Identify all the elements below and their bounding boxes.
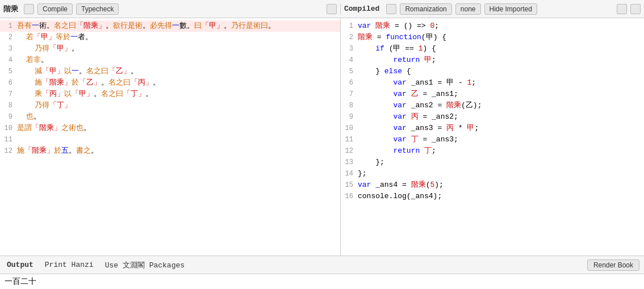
compiled-line-number: 5: [341, 66, 358, 77]
line-number: 9: [0, 111, 17, 123]
print-hanzi-tab[interactable]: Print Hanzi: [43, 259, 96, 270]
compiled-square-btn3[interactable]: [630, 4, 641, 14]
source-square-btn2[interactable]: [327, 4, 337, 14]
compiled-line-content: } else {: [358, 66, 644, 77]
romanization-button[interactable]: Romanization: [400, 3, 451, 15]
main-content: 1吾有一術。名之曰「階乘」。欲行是術。必先得一數。曰「甲」。乃行是術曰。2 若「…: [0, 18, 644, 256]
hide-imported-button[interactable]: Hide Imported: [484, 3, 537, 15]
source-code-area: 1吾有一術。名之曰「階乘」。欲行是術。必先得一數。曰「甲」。乃行是術曰。2 若「…: [0, 18, 340, 159]
compiled-title: Compiled: [344, 5, 379, 13]
compiled-line-content: var _ans1 = 甲 - 1;: [358, 77, 644, 89]
compiled-line-13: 13 };: [341, 157, 644, 168]
compiled-line-number: 16: [341, 191, 358, 202]
source-line-7: 7 乘「丙」以「甲」。名之曰「丁」。: [0, 89, 340, 100]
compiled-line-10: 10 var _ans3 = 丙 * 甲;: [341, 123, 644, 134]
line-content: 若「甲」等於一者。: [17, 32, 340, 43]
compiled-code-area: 1var 階乘 = () => 0;2階乘 = function(甲) {3 i…: [341, 18, 644, 204]
compiled-line-14: 14};: [341, 168, 644, 179]
line-number: 8: [0, 100, 17, 111]
source-line-12: 12施「階乘」於五。書之。: [0, 145, 340, 157]
output-text: 一百二十: [5, 277, 36, 286]
source-line-9: 9 也。: [0, 111, 340, 123]
line-number: 12: [0, 145, 17, 157]
typecheck-button[interactable]: Typecheck: [76, 3, 119, 15]
compiled-line-12: 12 return 丁;: [341, 145, 644, 157]
compiled-line-content: };: [358, 168, 644, 179]
compiled-line-number: 6: [341, 77, 358, 89]
source-line-6: 6 施「階乘」於「乙」。名之曰「丙」。: [0, 77, 340, 89]
toolbar-right: Compiled Romanization none Hide Imported: [341, 3, 644, 15]
compiled-line-2: 2階乘 = function(甲) {: [341, 32, 644, 43]
compiled-line-number: 13: [341, 157, 358, 168]
compiled-line-16: 16console.log(_ans4);: [341, 191, 644, 202]
compiled-line-7: 7 var 乙 = _ans1;: [341, 89, 644, 100]
compiled-line-4: 4 return 甲;: [341, 55, 644, 66]
compiled-line-11: 11 var 丁 = _ans3;: [341, 134, 644, 145]
line-number: 10: [0, 123, 17, 134]
source-line-11: 11: [0, 134, 340, 145]
compiled-line-number: 8: [341, 100, 358, 111]
compiled-line-content: var 丁 = _ans3;: [358, 134, 644, 145]
output-area: 一百二十: [0, 274, 644, 289]
compiled-line-number: 10: [341, 123, 358, 134]
line-number: 5: [0, 66, 17, 77]
compiled-line-content: var 丙 = _ans2;: [358, 111, 644, 123]
line-number: 1: [0, 20, 17, 32]
compiled-line-number: 15: [341, 179, 358, 191]
line-content: 施「階乘」於「乙」。名之曰「丙」。: [17, 77, 340, 89]
compiled-pane[interactable]: 1var 階乘 = () => 0;2階乘 = function(甲) {3 i…: [341, 18, 644, 256]
bottom-section: Output Print Hanzi Use 文淵閣 Packages Rend…: [0, 256, 644, 289]
source-line-3: 3 乃得「甲」。: [0, 43, 340, 55]
compiled-line-number: 7: [341, 89, 358, 100]
toolbar-left: 階乘 Compile Typecheck: [0, 3, 341, 15]
render-book-button[interactable]: Render Book: [587, 259, 639, 271]
source-line-1: 1吾有一術。名之曰「階乘」。欲行是術。必先得一數。曰「甲」。乃行是術曰。: [0, 20, 340, 32]
use-packages-tab[interactable]: Use 文淵閣 Packages: [103, 259, 187, 271]
line-number: 6: [0, 77, 17, 89]
output-tab[interactable]: Output: [5, 259, 36, 270]
toolbar: 階乘 Compile Typecheck Compiled Romanizati…: [0, 0, 644, 18]
line-number: 4: [0, 55, 17, 66]
line-content: 吾有一術。名之曰「階乘」。欲行是術。必先得一數。曰「甲」。乃行是術曰。: [17, 20, 340, 32]
compiled-line-content: 階乘 = function(甲) {: [358, 32, 644, 43]
compiled-line-number: 9: [341, 111, 358, 123]
line-content: 若非。: [17, 55, 340, 66]
source-line-4: 4 若非。: [0, 55, 340, 66]
line-number: 7: [0, 89, 17, 100]
line-number: 3: [0, 43, 17, 55]
editor-pane[interactable]: 1吾有一術。名之曰「階乘」。欲行是術。必先得一數。曰「甲」。乃行是術曰。2 若「…: [0, 18, 341, 256]
none-button[interactable]: none: [455, 3, 481, 15]
line-content: 是謂「階乘」之術也。: [17, 123, 340, 134]
line-content: 乃得「丁」: [17, 100, 340, 111]
compiled-line-content: var 乙 = _ans1;: [358, 89, 644, 100]
compiled-line-content: console.log(_ans4);: [358, 191, 644, 202]
compiled-line-5: 5 } else {: [341, 66, 644, 77]
source-square-btn[interactable]: [24, 4, 34, 14]
compiled-line-6: 6 var _ans1 = 甲 - 1;: [341, 77, 644, 89]
compiled-line-content: var 階乘 = () => 0;: [358, 20, 644, 32]
bottom-bar: Output Print Hanzi Use 文淵閣 Packages Rend…: [0, 256, 644, 274]
line-content: 也。: [17, 111, 340, 123]
line-content: 減「甲」以一。名之曰「乙」。: [17, 66, 340, 77]
line-number: 2: [0, 32, 17, 43]
line-content: 乃得「甲」。: [17, 43, 340, 55]
compiled-line-3: 3 if (甲 == 1) {: [341, 43, 644, 55]
compiled-line-number: 14: [341, 168, 358, 179]
compiled-line-content: return 甲;: [358, 55, 644, 66]
source-line-8: 8 乃得「丁」: [0, 100, 340, 111]
compiled-line-content: var _ans2 = 階乘(乙);: [358, 100, 644, 111]
compiled-line-1: 1var 階乘 = () => 0;: [341, 20, 644, 32]
source-line-5: 5 減「甲」以一。名之曰「乙」。: [0, 66, 340, 77]
source-title: 階乘: [3, 4, 18, 14]
line-content: 乘「丙」以「甲」。名之曰「丁」。: [17, 89, 340, 100]
compiled-square-btn[interactable]: [386, 4, 396, 14]
compiled-line-content: if (甲 == 1) {: [358, 43, 644, 55]
compiled-line-15: 15var _ans4 = 階乘(5);: [341, 179, 644, 191]
source-line-2: 2 若「甲」等於一者。: [0, 32, 340, 43]
compile-button[interactable]: Compile: [37, 3, 73, 15]
compiled-line-number: 2: [341, 32, 358, 43]
compiled-line-content: return 丁;: [358, 145, 644, 157]
compiled-square-btn2[interactable]: [617, 4, 627, 14]
compiled-line-content: };: [358, 157, 644, 168]
line-content: 施「階乘」於五。書之。: [17, 145, 340, 157]
